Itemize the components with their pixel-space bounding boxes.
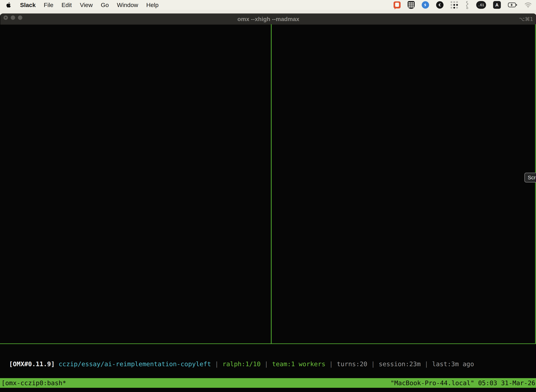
window-shortcut-badge: ⌥⌘1 (519, 14, 533, 25)
hook-icon[interactable] (465, 1, 469, 9)
tmux-host-clock: "MacBook-Pro-44.local" 05:03 31-Mar-26 (390, 378, 535, 388)
count-badge-icon[interactable]: ..61 (476, 1, 486, 9)
separator: | (421, 360, 432, 368)
pane-divider-horizontal[interactable] (0, 343, 536, 344)
apple-menu-icon[interactable] (5, 1, 12, 9)
terminal-window: omx --xhigh --madmax ⌥⌘1 (0, 13, 536, 392)
menu-edit[interactable]: Edit (62, 2, 72, 9)
wifi-icon[interactable] (524, 2, 532, 8)
browser-icon[interactable] (436, 1, 444, 9)
menu-go[interactable]: Go (101, 2, 109, 9)
pane-border-right (535, 24, 536, 343)
separator: | (211, 360, 222, 368)
menu-app-name[interactable]: Slack (20, 2, 36, 9)
omx-ralph-counter: ralph:1/10 (222, 360, 261, 368)
menu-file[interactable]: File (44, 2, 53, 9)
omx-version-tag: [OMX#0.11.9] (9, 360, 58, 368)
pane-divider-vertical[interactable] (271, 24, 272, 343)
separator: | (367, 360, 379, 368)
omx-project-path: cczip/essay/ai-reimplementation-copyleft (58, 360, 211, 368)
macos-menu-bar: Slack File Edit View Go Window Help ..61… (0, 0, 536, 10)
menu-help[interactable]: Help (146, 2, 159, 9)
tmux-session-name: [omx-cczip0:bash* (1, 378, 66, 388)
window-title: omx --xhigh --madmax (0, 14, 536, 25)
chat-bubble-icon[interactable] (393, 1, 401, 9)
omx-session-status: [OMX#0.11.9] cczip/essay/ai-reimplementa… (0, 349, 536, 359)
omx-team-counter: team:1 workers (272, 360, 325, 368)
battery-icon[interactable] (508, 2, 517, 8)
omx-turns: turns:20 (337, 360, 367, 368)
keyboard-layout-icon[interactable]: A (493, 1, 501, 9)
omx-last-activity: last:3m ago (432, 360, 474, 368)
menu-window[interactable]: Window (117, 2, 138, 9)
separator: | (261, 360, 272, 368)
window-title-bar[interactable]: omx --xhigh --madmax ⌥⌘1 (0, 14, 536, 25)
omx-session-time: session:23m (379, 360, 421, 368)
separator: | (325, 360, 337, 368)
tmux-status-bar: [omx-cczip0:bash* "MacBook-Pro-44.local"… (0, 378, 536, 388)
screen-notification-tooltip: Scre (524, 173, 536, 182)
speedtest-icon[interactable] (422, 1, 429, 9)
privacy-shield-icon[interactable] (408, 1, 415, 9)
menu-view[interactable]: View (80, 2, 93, 9)
app-grid-icon[interactable] (450, 1, 458, 9)
